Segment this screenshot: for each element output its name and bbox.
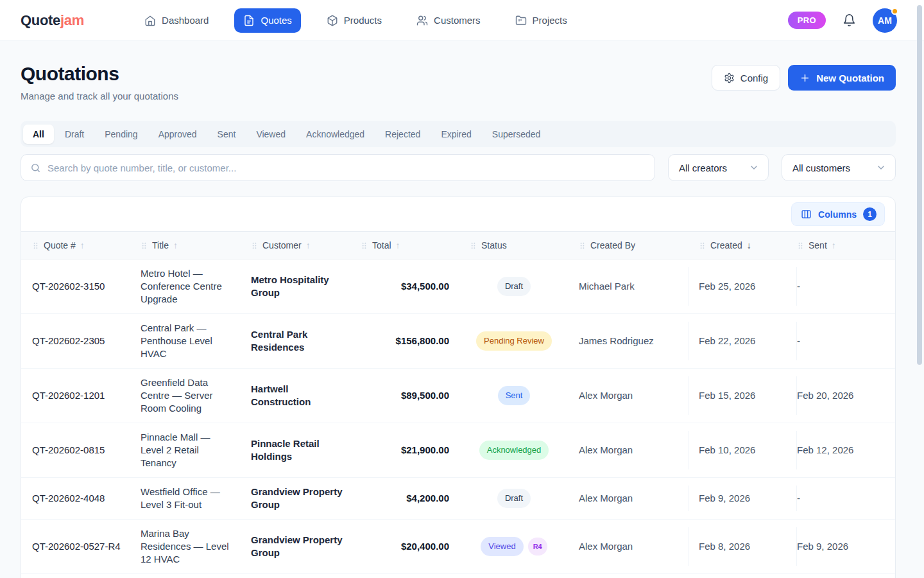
cell-customer: Pinnacle Retail Holdings bbox=[251, 437, 361, 463]
column-header-total[interactable]: Total↑ bbox=[361, 232, 470, 259]
tab-superseded[interactable]: Superseded bbox=[483, 125, 551, 144]
table-toolbar: Columns 1 bbox=[21, 197, 895, 231]
table-row[interactable]: QT-202602-2305Central Park — Penthouse L… bbox=[21, 314, 895, 369]
tab-all[interactable]: All bbox=[23, 125, 54, 144]
cell-title: Greenfield Data Centre — Server Room Coo… bbox=[141, 376, 243, 415]
config-button[interactable]: Config bbox=[712, 65, 780, 91]
nav-item-projects[interactable]: Projects bbox=[506, 8, 576, 33]
cell-title: Central Park — Penthouse Level HVAC bbox=[141, 322, 243, 360]
customers-select[interactable]: All customers bbox=[782, 154, 896, 181]
tab-draft[interactable]: Draft bbox=[55, 125, 94, 144]
table-row[interactable]: QT-202602-1201Greenfield Data Centre — S… bbox=[21, 369, 895, 423]
table-row[interactable]: QT-202602-0527Marina Bay Residences — Le… bbox=[21, 574, 895, 578]
plus-icon bbox=[800, 73, 810, 83]
cell-quote-number: QT-202602-0815 bbox=[32, 444, 132, 457]
cell-quote-number: QT-202602-1201 bbox=[32, 389, 132, 402]
tab-viewed[interactable]: Viewed bbox=[246, 125, 295, 144]
column-header-customer[interactable]: Customer↑ bbox=[251, 232, 361, 259]
table-row[interactable]: QT-202602-0815Pinnacle Mall — Level 2 Re… bbox=[21, 423, 895, 478]
cell-title: Metro Hotel — Conference Centre Upgrade bbox=[141, 267, 243, 306]
page-subtitle: Manage and track all your quotations bbox=[21, 91, 178, 101]
sort-down-icon: ↓ bbox=[747, 240, 751, 250]
tab-rejected[interactable]: Rejected bbox=[375, 125, 430, 144]
top-navigation-bar: Quotejam DashboardQuotesProductsCustomer… bbox=[0, 0, 924, 41]
notification-dot bbox=[891, 8, 898, 15]
tab-acknowledged[interactable]: Acknowledged bbox=[296, 125, 374, 144]
grip-icon bbox=[699, 241, 706, 250]
cell-customer: Grandview Property Group bbox=[251, 486, 361, 511]
bell-icon[interactable] bbox=[843, 13, 856, 27]
columns-icon bbox=[801, 209, 812, 220]
column-header-quote[interactable]: Quote #↑ bbox=[32, 232, 141, 259]
column-header-label: Status bbox=[481, 240, 507, 250]
nav-item-label: Quotes bbox=[261, 15, 291, 26]
cell-title: Marina Bay Residences — Level 12 HVAC bbox=[141, 527, 243, 566]
cell-sent-date: - bbox=[797, 335, 895, 347]
status-badge: Draft bbox=[497, 489, 531, 508]
sort-up-icon: ↑ bbox=[306, 240, 311, 250]
status-badge: Pending Review bbox=[476, 331, 552, 351]
package-icon bbox=[327, 15, 338, 26]
revision-badge: R4 bbox=[528, 538, 547, 556]
cell-total: $89,500.00 bbox=[361, 389, 470, 402]
sort-up-icon: ↑ bbox=[832, 240, 836, 250]
grip-icon bbox=[797, 241, 804, 250]
table-row[interactable]: QT-202602-3150Metro Hotel — Conference C… bbox=[21, 259, 895, 314]
tab-pending[interactable]: Pending bbox=[95, 125, 147, 144]
column-header-created_by[interactable]: Created By bbox=[579, 232, 688, 259]
search-input[interactable] bbox=[47, 162, 646, 173]
table-row[interactable]: QT-202602-4048Westfield Office — Level 3… bbox=[21, 478, 895, 520]
nav-item-dashboard[interactable]: Dashboard bbox=[135, 8, 218, 33]
cell-sent-date: Feb 12, 2026 bbox=[797, 444, 895, 457]
cell-title: Westfield Office — Level 3 Fit-out bbox=[141, 486, 243, 511]
column-header-label: Sent bbox=[809, 240, 827, 250]
new-quotation-button[interactable]: New Quotation bbox=[788, 65, 896, 91]
cell-sent-date: - bbox=[797, 280, 895, 293]
cell-sent-date: Feb 20, 2026 bbox=[797, 389, 895, 402]
cell-customer: Central Park Residences bbox=[251, 328, 361, 354]
column-header-status[interactable]: Status bbox=[470, 232, 579, 259]
cell-sent-date: Feb 9, 2026 bbox=[797, 540, 895, 553]
column-header-title[interactable]: Title↑ bbox=[141, 232, 251, 259]
app-logo[interactable]: Quotejam bbox=[21, 12, 84, 29]
table-row[interactable]: QT-202602-0527-R4Marina Bay Residences —… bbox=[21, 520, 895, 574]
cell-created-by: Alex Morgan bbox=[579, 540, 688, 553]
avatar[interactable]: AM bbox=[873, 8, 897, 33]
column-header-created[interactable]: Created↓ bbox=[688, 232, 797, 259]
cell-total: $34,500.00 bbox=[361, 280, 470, 293]
nav-item-products[interactable]: Products bbox=[318, 8, 391, 33]
home-icon bbox=[144, 15, 156, 26]
logo-text-primary: Quote bbox=[21, 12, 60, 28]
status-badge: Viewed bbox=[481, 537, 523, 556]
column-header-label: Total bbox=[372, 240, 391, 250]
creators-select-value: All creators bbox=[679, 162, 727, 173]
nav-item-label: Products bbox=[344, 15, 382, 26]
creators-select[interactable]: All creators bbox=[668, 154, 769, 181]
cell-status: Draft bbox=[470, 489, 579, 508]
status-badge: Sent bbox=[498, 386, 531, 405]
page-header: Quotations Manage and track all your quo… bbox=[21, 63, 896, 101]
column-header-sent[interactable]: Sent↑ bbox=[797, 232, 895, 259]
chevron-down-icon bbox=[749, 162, 759, 173]
tab-expired[interactable]: Expired bbox=[431, 125, 481, 144]
nav-item-quotes[interactable]: Quotes bbox=[234, 8, 300, 33]
tab-sent[interactable]: Sent bbox=[208, 125, 246, 144]
grip-icon bbox=[251, 241, 258, 250]
column-header-label: Created bbox=[710, 240, 742, 250]
gear-icon bbox=[724, 73, 735, 83]
chevron-down-icon bbox=[876, 162, 886, 173]
cell-created-date: Feb 9, 2026 bbox=[688, 486, 797, 511]
cell-status: ViewedR4 bbox=[470, 537, 579, 556]
quotations-table-card: Columns 1 Quote #↑Title↑Customer↑Total↑S… bbox=[21, 197, 896, 578]
tab-approved[interactable]: Approved bbox=[149, 125, 207, 144]
page-scrollbar[interactable] bbox=[917, 5, 922, 365]
cell-created-date: Feb 8, 2026 bbox=[688, 527, 797, 566]
search-box bbox=[21, 154, 655, 181]
column-header-label: Created By bbox=[590, 240, 635, 250]
nav-item-customers[interactable]: Customers bbox=[407, 8, 490, 33]
cell-quote-number: QT-202602-4048 bbox=[32, 492, 132, 505]
status-filter-tabs: AllDraftPendingApprovedSentViewedAcknowl… bbox=[21, 121, 896, 147]
nav-item-label: Customers bbox=[434, 15, 481, 26]
columns-button[interactable]: Columns 1 bbox=[791, 202, 885, 226]
cell-status: Sent bbox=[470, 386, 579, 405]
